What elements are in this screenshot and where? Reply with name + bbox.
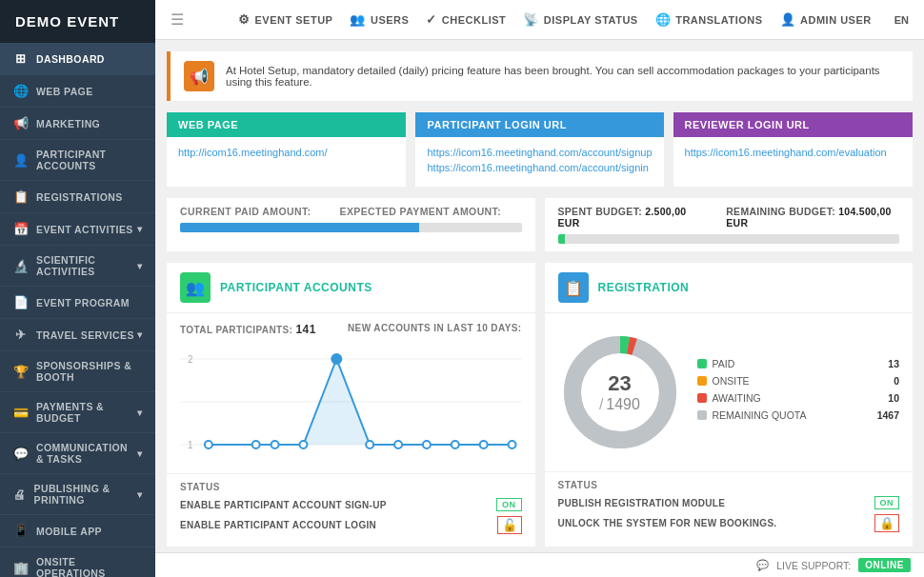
sidebar-icon-11: 💬 bbox=[13, 447, 29, 461]
topnav-icon-1: 👥 bbox=[350, 12, 366, 27]
svg-point-16 bbox=[509, 441, 516, 448]
sidebar-label-3: PARTICIPANT ACCOUNTS bbox=[36, 149, 142, 171]
line-chart: 2 1 bbox=[180, 340, 522, 464]
sidebar-item-payments--budget[interactable]: 💳 PAYMENTS & BUDGET ▾ bbox=[0, 392, 155, 433]
donut-area: 23 / 1490 PAID 13 ONSITE 0 AWAITING 10 bbox=[558, 323, 900, 462]
lang-selector[interactable]: EN bbox=[894, 14, 909, 26]
donut-center: 23 / 1490 bbox=[599, 371, 640, 413]
sidebar-label-1: WEB PAGE bbox=[36, 86, 93, 97]
topnav-icon-0: ⚙ bbox=[238, 12, 251, 27]
signup-badge[interactable]: ON bbox=[496, 498, 522, 511]
legend-label-2: AWAITING bbox=[713, 392, 761, 404]
sidebar-item-event-program[interactable]: 📄 EVENT PROGRAM bbox=[0, 287, 155, 319]
legend-label-1: ONSITE bbox=[713, 375, 750, 387]
sidebar: DEMO EVENT ⊞ DASHBOARD 🌐 WEB PAGE 📢 MARK… bbox=[0, 0, 155, 577]
sidebar-arrow-10: ▾ bbox=[137, 408, 143, 418]
topnav-label-1: USERS bbox=[371, 14, 409, 26]
chat-icon: 💬 bbox=[756, 559, 769, 571]
sidebar-label-6: SCIENTIFIC ACTIVITIES bbox=[36, 254, 137, 277]
svg-point-11 bbox=[366, 441, 373, 448]
publish-label: PUBLISH REGISTRATION MODULE bbox=[558, 498, 726, 508]
topnav-label-5: ADMIN USER bbox=[800, 14, 872, 26]
topnav-item-event-setup[interactable]: ⚙ EVENT SETUP bbox=[238, 12, 332, 27]
unlock-badge[interactable]: 🔒 bbox=[874, 514, 899, 532]
sidebar-label-8: TRAVEL SERVICES bbox=[36, 329, 134, 341]
sidebar-item-web-page[interactable]: 🌐 WEB PAGE bbox=[0, 75, 155, 108]
sidebar-icon-12: 🖨 bbox=[13, 487, 27, 502]
sidebar-icon-7: 📄 bbox=[13, 295, 29, 309]
sidebar-item-publishing--printing[interactable]: 🖨 PUBLISHING & PRINTING ▾ bbox=[0, 474, 155, 515]
login-label: ENABLE PARTICIPANT ACCOUNT LOGIN bbox=[180, 520, 376, 530]
sidebar-label-13: MOBILE APP bbox=[36, 526, 102, 537]
topnav-items: ⚙ EVENT SETUP 👥 USERS ✓ CHECKLIST 📡 DISP… bbox=[238, 12, 909, 27]
topnav-item-translations[interactable]: 🌐 TRANSLATIONS bbox=[655, 12, 763, 27]
legend-row-awaiting: AWAITING 10 bbox=[697, 392, 900, 404]
legend-dot-0 bbox=[697, 359, 707, 368]
sidebar-icon-13: 📱 bbox=[13, 524, 29, 538]
sidebar-item-travel-services[interactable]: ✈ TRAVEL SERVICES ▾ bbox=[0, 319, 155, 351]
url-1-1[interactable]: https://icom16.meetinghand.com/account/s… bbox=[427, 162, 652, 173]
url-boxes: WEB PAGE http://icom16.meetinghand.com/ … bbox=[167, 112, 913, 187]
topnav: ☰ ⚙ EVENT SETUP 👥 USERS ✓ CHECKLIST 📡 DI… bbox=[155, 0, 924, 40]
alert-text: At Hotel Setup, mandatory detailed (dail… bbox=[226, 65, 899, 88]
legend-value-2: 10 bbox=[888, 392, 899, 404]
sidebar-item-onsite-operations[interactable]: 🏢 ONSITE OPERATIONS bbox=[0, 547, 155, 577]
sidebar-item-dashboard[interactable]: ⊞ DASHBOARD bbox=[0, 43, 155, 75]
legend-dot-2 bbox=[697, 393, 707, 403]
menu-icon[interactable]: ☰ bbox=[171, 10, 184, 29]
status-row-unlock: UNLOCK THE SYSTEM FOR NEW BOOKINGS. 🔒 bbox=[558, 514, 900, 532]
registration-status-label: STATUS bbox=[558, 480, 900, 490]
sidebar-item-sponsorships--booth[interactable]: 🏆 SPONSORSHIPS & BOOTH bbox=[0, 351, 155, 392]
svg-point-14 bbox=[452, 441, 459, 448]
registration-status-section: STATUS PUBLISH REGISTRATION MODULE ON UN… bbox=[545, 471, 914, 545]
sidebar-arrow-11: ▾ bbox=[137, 448, 143, 459]
legend-label-3: REMAINING QUOTA bbox=[713, 409, 807, 421]
registration-title: REGISTRATION bbox=[598, 281, 690, 294]
participant-accounts-panel: 👥 PARTICIPANT ACCOUNTS TOTAL PARTICIPANT… bbox=[167, 263, 535, 547]
topnav-item-display-status[interactable]: 📡 DISPLAY STATUS bbox=[523, 12, 637, 27]
url-box-content-0: http://icom16.meetinghand.com/ bbox=[167, 137, 406, 171]
signup-label: ENABLE PARTICIPANT ACCOUNT SIGN-UP bbox=[180, 500, 387, 510]
svg-text:1: 1 bbox=[188, 440, 193, 450]
topnav-item-checklist[interactable]: ✓ CHECKLIST bbox=[426, 12, 506, 27]
topnav-icon-5: 👤 bbox=[780, 12, 796, 27]
publish-badge[interactable]: ON bbox=[874, 496, 900, 509]
online-badge: ONLINE bbox=[858, 558, 911, 572]
svg-point-15 bbox=[480, 441, 488, 448]
topnav-label-4: TRANSLATIONS bbox=[675, 14, 762, 26]
budget-info: SPENT BUDGET: 2.500,00 EUR REMAINING BUD… bbox=[558, 206, 900, 229]
url-1-0[interactable]: https://icom16.meetinghand.com/account/s… bbox=[427, 147, 652, 158]
topnav-item-users[interactable]: 👥 USERS bbox=[350, 12, 409, 27]
sidebar-item-communication--tasks[interactable]: 💬 COMMUNICATION & TASKS ▾ bbox=[0, 433, 155, 474]
sidebar-label-9: SPONSORSHIPS & BOOTH bbox=[36, 360, 142, 383]
legend-dot-3 bbox=[697, 410, 707, 420]
sidebar-icon-1: 🌐 bbox=[13, 84, 29, 98]
total-participants-label: TOTAL PARTICIPANTS: 141 bbox=[180, 323, 316, 336]
topnav-icon-3: 📡 bbox=[523, 12, 539, 27]
url-box-2: REVIEWER LOGIN URL https://icom16.meetin… bbox=[673, 112, 913, 187]
url-0-0[interactable]: http://icom16.meetinghand.com/ bbox=[178, 147, 394, 158]
svg-text:2: 2 bbox=[188, 354, 193, 365]
sidebar-item-scientific-activities[interactable]: 🔬 SCIENTIFIC ACTIVITIES ▾ bbox=[0, 246, 155, 287]
sidebar-item-event-activities[interactable]: 📅 EVENT ACTIVITIES ▾ bbox=[0, 213, 155, 246]
sidebar-item-mobile-app[interactable]: 📱 MOBILE APP bbox=[0, 515, 155, 547]
alert-icon: 📢 bbox=[184, 61, 214, 91]
legend-row-paid: PAID 13 bbox=[697, 358, 900, 369]
registration-body: 23 / 1490 PAID 13 ONSITE 0 AWAITING 10 bbox=[545, 313, 914, 471]
sidebar-item-registrations[interactable]: 📋 REGISTRATIONS bbox=[0, 181, 155, 213]
topnav-icon-4: 🌐 bbox=[655, 12, 672, 27]
sidebar-label-11: COMMUNICATION & TASKS bbox=[36, 442, 137, 465]
url-box-content-2: https://icom16.meetinghand.com/evaluatio… bbox=[673, 137, 913, 171]
sidebar-arrow-5: ▾ bbox=[137, 224, 143, 234]
sidebar-item-participant-accounts[interactable]: 👤 PARTICIPANT ACCOUNTS bbox=[0, 140, 155, 181]
participant-accounts-icon: 👥 bbox=[180, 272, 211, 303]
url-2-0[interactable]: https://icom16.meetinghand.com/evaluatio… bbox=[685, 147, 901, 158]
sidebar-item-marketing[interactable]: 📢 MARKETING bbox=[0, 108, 155, 140]
sidebar-label-4: REGISTRATIONS bbox=[36, 191, 123, 203]
sidebar-icon-4: 📋 bbox=[13, 189, 29, 204]
topnav-item-admin-user[interactable]: 👤 ADMIN USER bbox=[780, 12, 872, 27]
sidebar-label-5: EVENT ACTIVITIES bbox=[36, 224, 133, 235]
chart-meta: TOTAL PARTICIPANTS: 141 NEW ACCOUNTS IN … bbox=[180, 323, 522, 336]
login-badge[interactable]: 🔓 bbox=[497, 516, 522, 534]
alert-banner: 📢 At Hotel Setup, mandatory detailed (da… bbox=[167, 51, 913, 101]
